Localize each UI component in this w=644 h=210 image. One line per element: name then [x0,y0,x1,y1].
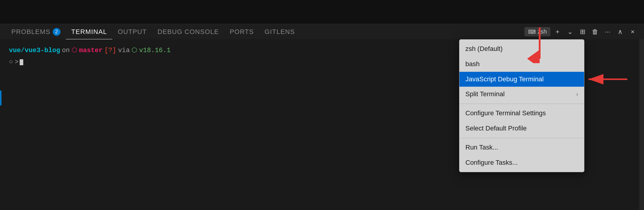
new-terminal-button[interactable]: + [552,27,563,37]
menu-separator-2 [459,138,584,138]
top-bar [0,0,644,24]
menu-item-run-task-label: Run Task... [465,143,498,152]
left-accent-bar [0,91,1,105]
trash-icon: 🗑 [592,28,598,36]
terminal-dropdown-button[interactable]: ⌄ [565,27,575,37]
menu-item-js-debug-label: JavaScript Debug Terminal [465,75,544,84]
split-terminal-button[interactable]: ⊞ [577,27,588,37]
collapse-icon: ∧ [618,28,623,36]
tab-terminal[interactable]: TERMINAL [66,24,112,40]
menu-item-configure-settings[interactable]: Configure Terminal Settings [459,106,584,121]
menu-item-zsh-default-label: zsh (Default) [465,44,503,54]
tab-gitlens-label: GITLENS [264,28,295,36]
close-icon: × [631,28,635,36]
menu-item-configure-tasks-label: Configure Tasks... [465,158,518,167]
problems-badge: 2 [53,28,61,36]
menu-item-select-default-profile[interactable]: Select Default Profile [459,121,584,136]
menu-item-configure-settings-label: Configure Terminal Settings [465,109,546,118]
down-arrow-svg [519,24,549,63]
menu-item-split-terminal-label: Split Terminal [465,90,505,99]
tab-ports[interactable]: PORTS [224,24,259,40]
collapse-panel-button[interactable]: ∧ [615,27,626,37]
split-icon: ⊞ [580,28,585,36]
node-version: v18.16.1 [139,45,171,56]
via-text: via [118,45,130,56]
close-panel-button[interactable]: × [627,27,638,37]
tab-problems-label: PROBLEMS [11,28,50,36]
menu-item-split-terminal[interactable]: Split Terminal › [459,87,584,102]
chevron-down-icon: ⌄ [567,28,573,36]
question-mark: [?] [104,45,116,56]
delete-terminal-button[interactable]: 🗑 [590,27,600,37]
scrollbar[interactable] [639,39,644,210]
path-text: vue/vue3-blog [9,45,60,56]
more-actions-button[interactable]: ··· [602,27,613,37]
tab-terminal-label: TERMINAL [71,28,107,36]
branch-icon: ⬡ [72,45,77,56]
tab-debug-console-label: DEBUG CONSOLE [157,28,219,36]
tab-problems[interactable]: PROBLEMS 2 [6,24,66,40]
tab-gitlens[interactable]: GITLENS [259,24,300,40]
menu-item-run-task[interactable]: Run Task... [459,140,584,155]
on-text: on [62,45,70,56]
menu-item-configure-tasks[interactable]: Configure Tasks... [459,155,584,170]
tab-output[interactable]: OUTPUT [112,24,152,40]
new-terminal-icon: + [556,28,560,36]
branch-name: master [79,45,103,56]
right-arrow-svg [586,72,630,87]
tab-output-label: OUTPUT [118,28,147,36]
menu-item-bash-label: bash [465,60,480,69]
menu-item-js-debug[interactable]: JavaScript Debug Terminal [459,72,584,87]
ellipsis-icon: ··· [605,28,610,36]
circle-dot: ○ [9,57,13,67]
tab-debug-console[interactable]: DEBUG CONSOLE [152,24,224,40]
prompt-char: > [15,57,18,67]
menu-item-select-default-profile-label: Select Default Profile [465,124,527,133]
cursor-block [20,59,23,65]
terminal-area: vue/vue3-blog on ⬡ master [?] via ⬡ v18.… [0,39,644,210]
tab-ports-label: PORTS [230,28,254,36]
submenu-chevron-icon: › [576,91,578,98]
menu-separator-1 [459,104,584,104]
node-icon: ⬡ [131,45,137,56]
